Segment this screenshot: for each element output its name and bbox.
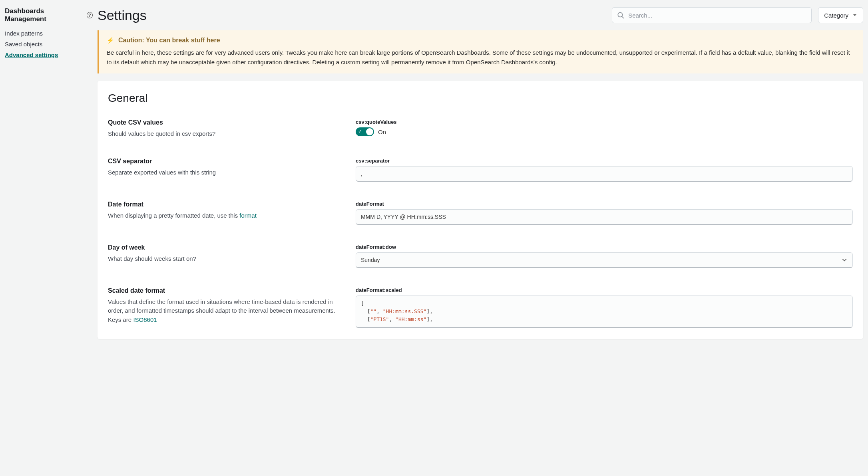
- field-key: dateFormat:dow: [356, 244, 853, 250]
- setting-title: CSV separator: [108, 158, 340, 165]
- svg-point-0: [618, 12, 622, 17]
- toggle-state-label: On: [378, 129, 386, 135]
- day-of-week-select[interactable]: Sunday: [356, 252, 853, 268]
- sidebar-item-index-patterns[interactable]: Index patterns: [5, 28, 93, 39]
- setting-scaled-date-format: Scaled date format Values that define th…: [108, 287, 853, 328]
- category-button[interactable]: Category: [818, 7, 863, 23]
- format-link[interactable]: format: [239, 212, 257, 219]
- section-title: General: [108, 92, 853, 105]
- callout-title: Caution: You can break stuff here: [118, 37, 220, 44]
- setting-title: Date format: [108, 201, 340, 208]
- field-key: csv:quoteValues: [356, 119, 853, 125]
- setting-desc: Should values be quoted in csv exports?: [108, 129, 340, 139]
- setting-day-of-week: Day of week What day should weeks start …: [108, 244, 853, 268]
- warning-callout: ⚡ Caution: You can break stuff here Be c…: [98, 30, 863, 73]
- setting-title: Day of week: [108, 244, 340, 251]
- search-icon: [617, 12, 624, 19]
- setting-date-format: Date format When displaying a pretty for…: [108, 201, 853, 225]
- setting-desc: Separate exported values with this strin…: [108, 168, 340, 177]
- bolt-icon: ⚡: [107, 37, 114, 44]
- toggle-knob: [366, 128, 373, 135]
- quote-csv-toggle[interactable]: ✓: [356, 127, 374, 136]
- iso8601-link[interactable]: ISO8601: [133, 316, 157, 323]
- setting-csv-separator: CSV separator Separate exported values w…: [108, 158, 853, 182]
- header: Settings Category: [98, 0, 863, 30]
- sidebar: Dashboards Management ? Index patterns S…: [0, 0, 98, 476]
- chevron-down-icon: [852, 13, 857, 18]
- check-icon: ✓: [358, 129, 362, 134]
- scaled-date-format-textarea[interactable]: [ ["", "HH:mm:ss.SSS"], ["PT1S", "HH:mm:…: [356, 296, 853, 328]
- page-title: Settings: [98, 8, 147, 23]
- setting-quote-csv: Quote CSV values Should values be quoted…: [108, 119, 853, 139]
- setting-title: Scaled date format: [108, 287, 340, 294]
- help-icon[interactable]: ?: [87, 12, 93, 18]
- sidebar-item-advanced-settings[interactable]: Advanced settings: [5, 50, 93, 60]
- search-box[interactable]: [612, 7, 812, 23]
- field-key: dateFormat: [356, 201, 853, 207]
- category-label: Category: [824, 12, 848, 19]
- setting-desc: What day should weeks start on?: [108, 254, 340, 264]
- svg-line-1: [622, 16, 624, 18]
- setting-desc: Values that define the format used in si…: [108, 298, 340, 325]
- csv-separator-input[interactable]: [356, 166, 853, 182]
- sidebar-title: Dashboards Management: [5, 7, 84, 23]
- settings-panel: General Quote CSV values Should values b…: [98, 81, 863, 339]
- search-input[interactable]: [628, 12, 806, 19]
- callout-body: Be careful in here, these settings are f…: [107, 48, 855, 67]
- main: Settings Category ⚡ Caution: You can bre…: [98, 0, 868, 476]
- field-key: csv:separator: [356, 158, 853, 164]
- setting-title: Quote CSV values: [108, 119, 340, 126]
- setting-desc: When displaying a pretty formatted date,…: [108, 211, 340, 220]
- date-format-input[interactable]: [356, 209, 853, 225]
- sidebar-item-saved-objects[interactable]: Saved objects: [5, 39, 93, 50]
- field-key: dateFormat:scaled: [356, 287, 853, 293]
